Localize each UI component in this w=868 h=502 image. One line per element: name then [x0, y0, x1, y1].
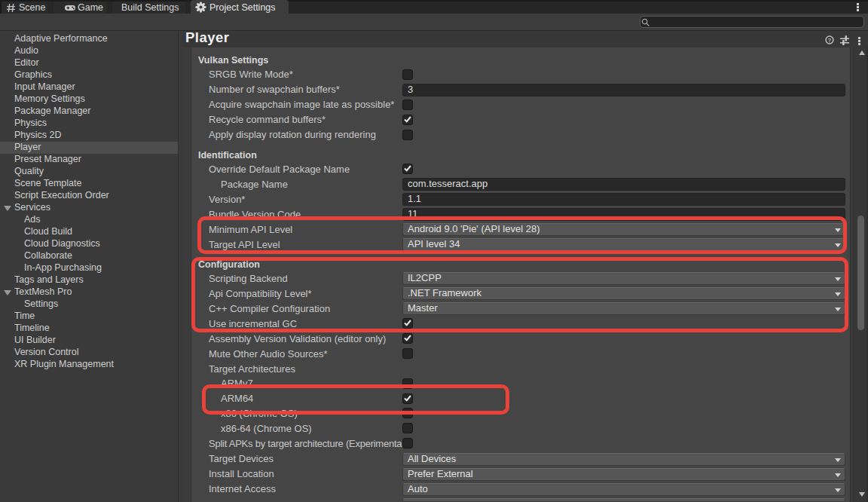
- svg-text:?: ?: [828, 37, 832, 44]
